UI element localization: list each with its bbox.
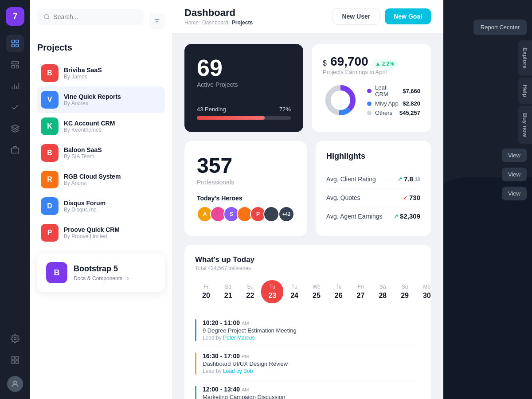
project-logo: R [41,171,59,188]
project-info: Proove Quick CRM By Proove Limited [64,226,120,239]
sidebar-icon-grid[interactable] [6,351,24,369]
active-projects-card: 69 Active Projects 43 Pending 72% [184,44,303,132]
event-list: 10:20 - 11:00 AM 9 Degree Project Estima… [195,314,420,399]
calendar-section: What's up Today Total 424,567 deliveries… [184,245,431,399]
day-num: 28 [379,292,387,300]
event-details: 16:30 - 17:00 PM Dashboard UI/UX Design … [203,352,288,374]
view-button-1[interactable]: View [502,149,527,162]
day-name: Tu [336,284,342,290]
day-num: 20 [202,292,210,300]
calendar-day[interactable]: Fri 27 [350,280,372,303]
calendar-day[interactable]: Fr 20 [195,280,217,303]
bootstrap-label: Bootstrap 5 [74,264,130,274]
highlight-value: ↗ $2,309 [394,212,420,220]
sidebar-icon-home[interactable] [6,35,24,52]
project-item[interactable]: B Briviba SaaS By James [37,60,165,86]
project-logo: B [41,144,59,162]
project-item[interactable]: B Baloon SaaS By SIA Team [37,140,165,166]
event-lead-link[interactable]: Lead by Bob [223,368,253,374]
event-time: 10:20 - 11:00 AM [203,319,297,326]
project-info: KC Account CRM By Keenthemes [64,120,115,133]
new-user-button[interactable]: New User [332,8,379,25]
sidebar-icon-settings[interactable] [6,330,24,348]
calendar-day[interactable]: Su 29 [394,280,416,303]
project-item[interactable]: K KC Account CRM By Keenthemes [37,113,165,140]
project-item[interactable]: P Proove Quick CRM By Proove Limited [37,219,165,246]
legend-name: Others [375,110,396,116]
bootstrap-icon: B [46,262,67,283]
search-input[interactable] [53,13,137,20]
project-name: Briviba SaaS [64,66,102,74]
calendar-day[interactable]: Sa 21 [217,280,239,303]
sidebar-icon-layers[interactable] [6,120,24,137]
projects-list: B Briviba SaaS By James V Vine Quick Rep… [37,60,165,246]
report-center-button[interactable]: Report Cecnter [473,20,527,35]
legend-item: Mivy App $2,820 [367,100,420,107]
calendar-day[interactable]: Su 22 [239,280,262,303]
heroes-label: Today's Heroes [197,195,294,202]
earnings-card: $ 69,700 ▲ 2.2% Projects Earnings in Apr… [312,44,431,132]
calendar-day[interactable]: Tu 24 [283,280,305,303]
project-logo: P [41,224,59,242]
svg-point-18 [14,381,17,384]
day-num: 30 [423,292,431,300]
sidebar-icon-check[interactable] [6,98,24,116]
progress-bar-fill [197,116,265,120]
calendar-days: Fr 20 Sa 21 Su 22 Tu 23 Tu 24 We 25 Tu 2… [195,280,420,303]
calendar-day[interactable]: Tu 26 [328,280,350,303]
sidebar-icon-briefcase[interactable] [6,141,24,159]
svg-rect-6 [16,66,19,68]
highlights-card: Highlights Avg. Client Rating ↗ 7.8 10 A… [316,141,431,236]
project-item[interactable]: R RGB Cloud System By Andrei [37,166,165,193]
project-name: KC Account CRM [64,120,115,127]
new-goal-button[interactable]: New Goal [385,8,431,24]
trend-icon: ↗ [398,176,402,182]
calendar-day[interactable]: Sa 28 [372,280,394,303]
svg-rect-16 [12,361,15,364]
search-icon [43,13,50,20]
day-num: 25 [313,292,321,300]
svg-rect-3 [16,44,19,47]
calendar-day[interactable]: Mo 30 [416,280,438,303]
donut-chart [323,82,358,118]
curve-overlay [443,177,532,399]
project-by: By James [64,74,102,80]
trend-icon: ↗ [394,213,398,219]
calendar-day[interactable]: Tu 23 [261,280,283,303]
highlight-name: Avg. Client Rating [326,176,376,183]
legend-dot [367,111,372,115]
project-by: By Disqus Inc. [64,207,106,213]
sidebar-icon-chart[interactable] [6,77,24,95]
earnings-chart-row: Leaf CRM $7,660 Mivy App $2,820 Others $… [323,82,420,118]
event-bar [195,352,196,375]
pending-pct: 72% [279,106,291,113]
event-lead-link[interactable]: Peter Marcus [223,335,254,341]
event-details: 10:20 - 11:00 AM 9 Degree Project Estima… [203,319,297,341]
breadcrumb: Home- Dashboard- Projects [184,20,253,26]
day-name: We [313,284,321,290]
professionals-label: Professionals [197,179,294,186]
calendar-day[interactable]: We 25 [305,280,328,303]
day-num: 24 [290,292,298,300]
docs-btn[interactable]: Docs & Components [74,275,130,282]
user-avatar[interactable]: 7 [6,7,24,26]
project-item[interactable]: V Vine Quick Reports By Andres [37,86,165,113]
event-item: 16:30 - 17:00 PM Dashboard UI/UX Design … [195,347,420,380]
day-num: 21 [224,292,232,300]
explore-tab[interactable]: Explore [518,40,532,76]
event-title: Dashboard UI/UX Design Review [203,360,288,367]
legend: Leaf CRM $7,660 Mivy App $2,820 Others $… [367,84,420,116]
buy-now-tab[interactable]: Buy now [518,106,532,144]
view-button-3[interactable]: View [502,187,527,200]
highlight-name: Avg. Quotes [326,194,360,201]
user-profile-icon[interactable] [7,376,23,392]
project-name: Baloon SaaS [64,146,102,153]
day-num: 27 [357,292,365,300]
project-info: Disqus Forum By Disqus Inc. [64,200,106,213]
sidebar-icon-layout[interactable] [6,56,24,74]
project-item[interactable]: D Disqus Forum By Disqus Inc. [37,193,165,219]
view-button-2[interactable]: View [502,168,527,181]
filter-button[interactable] [149,13,165,29]
help-tab[interactable]: Help [518,78,532,104]
active-projects-count: 69 [197,56,291,79]
